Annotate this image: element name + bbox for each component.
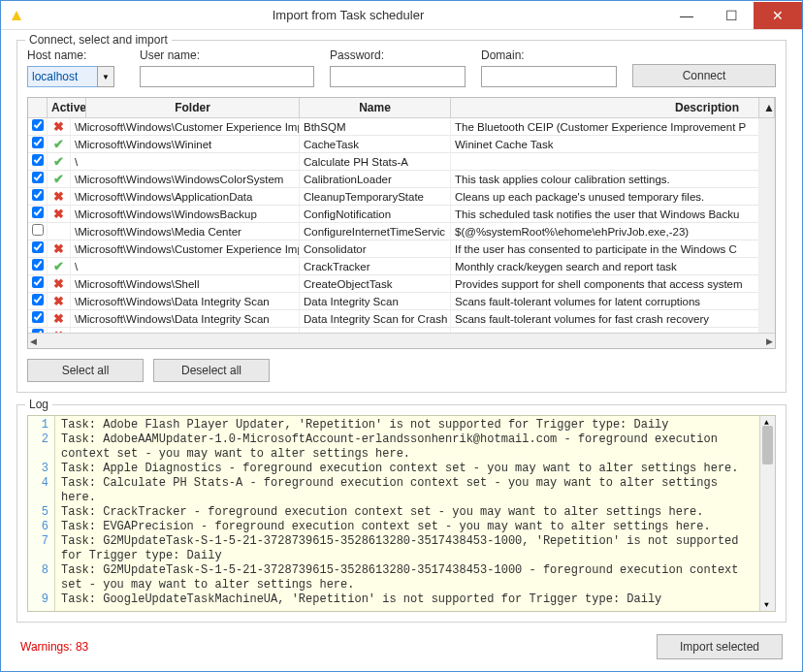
table-row[interactable]: ✖\Microsoft\Windows\WindowsBackupConfigN… xyxy=(28,206,775,223)
log-line-number: 7 xyxy=(30,534,48,549)
header-scroll-spacer: ▲ xyxy=(759,98,775,117)
minimize-button[interactable]: — xyxy=(664,2,709,29)
table-row[interactable]: ✖\Microsoft\Windows\Data Integrity ScanD… xyxy=(28,293,775,310)
row-status-icon: ✔ xyxy=(48,258,71,275)
footer: Warnings: 83 Import selected xyxy=(16,634,787,659)
row-folder: \Microsoft\Windows\Customer Experience I… xyxy=(71,240,300,258)
table-row[interactable]: ✔\Microsoft\Windows\WininetCacheTaskWini… xyxy=(28,136,775,153)
row-checkbox[interactable] xyxy=(28,118,48,136)
row-scroll-spacer xyxy=(759,153,775,171)
row-folder: \Microsoft\Windows\ApplicationData xyxy=(71,188,300,206)
grid-header: Active Folder Name Description ▲ xyxy=(28,98,775,118)
row-checkbox[interactable] xyxy=(28,206,48,223)
row-description xyxy=(451,153,759,171)
row-scroll-spacer xyxy=(759,171,775,188)
horizontal-scrollbar[interactable]: ◀▶ xyxy=(28,333,775,348)
select-all-button[interactable]: Select all xyxy=(27,359,144,382)
table-row[interactable]: ✔\Calculate PH Stats-A xyxy=(28,153,775,171)
row-name: CrackTracker xyxy=(300,258,451,275)
row-checkbox[interactable] xyxy=(28,223,48,240)
row-description: $(@%systemRoot%\ehome\ehPrivJob.exe,-23) xyxy=(451,223,759,240)
row-name: Device Install Group Policy xyxy=(300,328,451,334)
log-legend: Log xyxy=(25,398,52,411)
row-folder: \Microsoft\Windows\Data Integrity Scan xyxy=(71,293,300,310)
row-folder: \ xyxy=(71,258,300,275)
log-line-number: 2 xyxy=(30,432,48,447)
log-gutter: 12 34 567 8 9 xyxy=(28,416,55,611)
row-scroll-spacer xyxy=(759,118,775,136)
app-icon xyxy=(9,8,24,23)
table-row[interactable]: ✔\Microsoft\Windows\WindowsColorSystemCa… xyxy=(28,171,775,188)
titlebar: Import from Task scheduler — ☐ ✕ xyxy=(1,1,802,30)
row-checkbox[interactable] xyxy=(28,136,48,153)
header-folder[interactable]: Folder xyxy=(86,98,300,117)
row-checkbox[interactable] xyxy=(28,258,48,275)
username-input[interactable] xyxy=(140,66,314,87)
row-status-icon: ✔ xyxy=(48,153,71,171)
row-folder: \Microsoft\Windows\WindowsBackup xyxy=(71,206,300,223)
row-checkbox[interactable] xyxy=(28,153,48,171)
row-folder: \ xyxy=(71,153,300,171)
log-line-number: 1 xyxy=(30,418,48,432)
row-description: Cleans up each package's unused temporar… xyxy=(451,188,759,206)
row-status-icon: ✖ xyxy=(48,118,71,136)
row-description: Scans fault-tolerant volumes for fast cr… xyxy=(451,310,759,328)
username-label: User name: xyxy=(140,48,314,62)
row-folder: \Microsoft\Windows\Media Center xyxy=(71,223,300,240)
table-row[interactable]: ✖\Microsoft\Windows\Customer Experience … xyxy=(28,118,775,136)
row-checkbox[interactable] xyxy=(28,293,48,310)
row-checkbox[interactable] xyxy=(28,275,48,293)
row-name: Data Integrity Scan xyxy=(300,293,451,310)
log-line-number: 6 xyxy=(30,520,48,534)
header-checkbox-col[interactable] xyxy=(28,98,48,117)
row-name: CleanupTemporaryState xyxy=(300,188,451,206)
header-active[interactable]: Active xyxy=(48,98,86,117)
table-row[interactable]: ✖\Microsoft\Windows\Customer Experience … xyxy=(28,240,775,258)
content-area: Connect, select and import Host name: ▼ … xyxy=(1,30,802,671)
table-row[interactable]: ✔\CrackTrackerMonthly crack/keygen searc… xyxy=(28,258,775,275)
deselect-all-button[interactable]: Deselect all xyxy=(153,359,270,382)
host-combo[interactable]: ▼ xyxy=(27,66,124,87)
chevron-down-icon[interactable]: ▼ xyxy=(97,66,114,87)
row-scroll-spacer xyxy=(759,328,775,334)
grid-body[interactable]: ✖\Microsoft\Windows\Customer Experience … xyxy=(28,118,775,333)
maximize-button[interactable]: ☐ xyxy=(709,2,754,29)
svg-marker-0 xyxy=(12,11,21,20)
row-folder: \Microsoft\Windows\Plug and Play xyxy=(71,328,300,334)
table-row[interactable]: \Microsoft\Windows\Media CenterConfigure… xyxy=(28,223,775,240)
header-name[interactable]: Name xyxy=(300,98,451,117)
log-text[interactable]: Task: Adobe Flash Player Updater, 'Repet… xyxy=(55,416,759,611)
connect-legend: Connect, select and import xyxy=(25,33,172,47)
row-status-icon xyxy=(48,223,71,240)
row-description: This scheduled task notifies the user th… xyxy=(451,206,759,223)
header-description[interactable]: Description xyxy=(451,98,759,117)
host-input[interactable] xyxy=(27,66,97,87)
warnings-label: Warnings: 83 xyxy=(20,640,88,654)
row-status-icon: ✔ xyxy=(48,171,71,188)
row-checkbox[interactable] xyxy=(28,188,48,206)
domain-input[interactable] xyxy=(481,66,617,87)
row-description: Wininet Cache Task xyxy=(451,136,759,153)
row-checkbox[interactable] xyxy=(28,310,48,328)
row-description: Provides support for shell components th… xyxy=(451,275,759,293)
connect-button[interactable]: Connect xyxy=(632,64,776,87)
row-description: Monthly crack/keygen search and report t… xyxy=(451,258,759,275)
row-name: ConfigNotification xyxy=(300,206,451,223)
import-selected-button[interactable]: Import selected xyxy=(657,634,783,659)
task-grid: Active Folder Name Description ▲ ✖\Micro… xyxy=(27,97,776,349)
log-group: Log 12 34 567 8 9 Task: Adobe Flash Play… xyxy=(16,404,787,623)
table-row[interactable]: ✖\Microsoft\Windows\ApplicationDataClean… xyxy=(28,188,775,206)
table-row[interactable]: ✖\Microsoft\Windows\Plug and PlayDevice … xyxy=(28,328,775,333)
row-scroll-spacer xyxy=(759,223,775,240)
table-row[interactable]: ✖\Microsoft\Windows\Data Integrity ScanD… xyxy=(28,310,775,328)
row-checkbox[interactable] xyxy=(28,328,48,334)
log-scrollbar[interactable]: ▲▼ xyxy=(759,416,775,611)
password-input[interactable] xyxy=(330,66,466,87)
row-name: Consolidator xyxy=(300,240,451,258)
table-row[interactable]: ✖\Microsoft\Windows\ShellCreateObjectTas… xyxy=(28,275,775,293)
close-button[interactable]: ✕ xyxy=(754,2,802,29)
row-scroll-spacer xyxy=(759,240,775,258)
row-checkbox[interactable] xyxy=(28,171,48,188)
row-status-icon: ✖ xyxy=(48,188,71,206)
row-checkbox[interactable] xyxy=(28,240,48,258)
